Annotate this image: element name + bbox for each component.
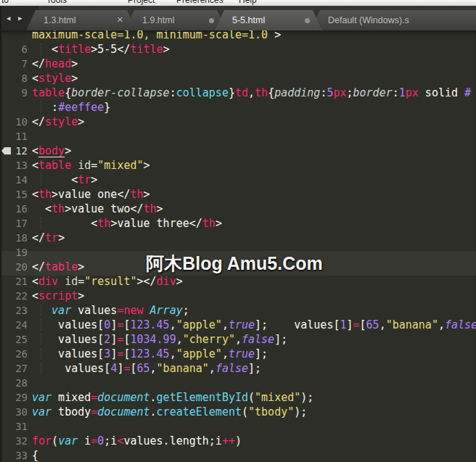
- line-number: 11: [0, 129, 32, 144]
- code-line[interactable]: :#eeffee}: [0, 100, 476, 115]
- tab-scroll-right-icon[interactable]: ▶: [18, 15, 22, 22]
- line-number: 14: [0, 173, 32, 187]
- code-line[interactable]: 15<th>value one</th>: [0, 187, 476, 202]
- code-line[interactable]: maximum-scale=1.0, minimum-scale=1.0 >: [0, 30, 476, 42]
- menu-item-help[interactable]: Help: [239, 0, 257, 5]
- menu-item-goto[interactable]: to: [1, 0, 9, 5]
- watermark: 阿木Blog Amu5.Com: [0, 251, 476, 276]
- line-number: 29: [0, 390, 32, 405]
- code-text: <tr>: [32, 173, 97, 187]
- code-text: <style>: [32, 71, 78, 86]
- code-line[interactable]: 26 values[3]=[123.45,"apple",true];: [0, 347, 476, 361]
- code-text: <body>: [32, 144, 71, 158]
- code-text: </tr>: [32, 231, 65, 245]
- code-line[interactable]: 13<table id="mixed">: [0, 158, 476, 173]
- tab-5-5-html[interactable]: 5-5.html: [215, 10, 322, 30]
- code-text: {: [32, 448, 38, 462]
- code-line[interactable]: 23 var values=new Array;: [0, 303, 476, 318]
- code-text: </style>: [32, 115, 84, 129]
- code-text: <div id="result"></div>: [32, 274, 183, 289]
- line-number: 15: [0, 187, 32, 202]
- line-number: 33: [0, 448, 32, 462]
- line-number: 21: [0, 274, 32, 289]
- indent-guide: [41, 305, 41, 316]
- code-text: var tbody=document.createElement("tbody"…: [32, 405, 307, 419]
- line-number: [0, 100, 32, 115]
- code-text: values[4]=[65,"banana",false];: [32, 361, 261, 376]
- tab-modified-dot-icon[interactable]: [305, 18, 310, 23]
- indent-guide: [41, 218, 41, 229]
- indent-guide: [41, 348, 41, 360]
- line-number: 17: [0, 216, 32, 231]
- code-line[interactable]: 14 <tr>: [0, 173, 476, 187]
- code-text: <script>: [32, 289, 84, 303]
- code-text: var mixed=document.getElementById("mixed…: [32, 390, 313, 405]
- line-number: 8: [0, 71, 32, 86]
- code-text: values[0]=[123.45,"apple",true]; values[…: [32, 318, 476, 332]
- code-line[interactable]: 11: [0, 129, 476, 144]
- code-text: table{border-collapse:collapse}td,th{pad…: [32, 86, 471, 100]
- editor-area[interactable]: maximum-scale=1.0, minimum-scale=1.0 >6 …: [0, 30, 476, 462]
- code-text: <table id="mixed">: [32, 158, 150, 173]
- code-lines: maximum-scale=1.0, minimum-scale=1.0 >6 …: [0, 30, 476, 462]
- code-line[interactable]: 29var mixed=document.getElementById("mix…: [0, 390, 476, 405]
- code-line[interactable]: 6 <title>5-5</title>: [0, 42, 476, 57]
- code-text: <title>5-5</title>: [32, 42, 170, 57]
- code-line[interactable]: 9table{border-collapse:collapse}td,th{pa…: [0, 86, 476, 100]
- menu-item-tools[interactable]: Tools: [46, 0, 67, 5]
- window-left-edge: [0, 6, 1, 462]
- sublime-text-window: to Tools Project Preferences Help ◀ ▶ 1.…: [0, 0, 476, 462]
- code-line[interactable]: 21<div id="result"></div>: [0, 274, 476, 289]
- code-text: </head>: [32, 57, 78, 71]
- line-number: 26: [0, 347, 32, 361]
- line-number: 24: [0, 318, 32, 332]
- code-line[interactable]: 28: [0, 376, 476, 390]
- code-line[interactable]: 18</tr>: [0, 231, 476, 245]
- code-line[interactable]: 30var tbody=document.createElement("tbod…: [0, 405, 476, 419]
- line-number: 28: [0, 376, 32, 390]
- tab-1-3-html[interactable]: 1.3.html ✕: [26, 10, 136, 30]
- tab-close-icon[interactable]: ✕: [117, 15, 123, 25]
- code-line[interactable]: 32for(var i=0;i<values.length;i++): [0, 434, 476, 448]
- tab-bar: ◀ ▶ 1.3.html ✕ 1.9.html 5-5.html Default…: [0, 6, 476, 30]
- code-line[interactable]: 27 values[4]=[65,"banana",false];: [0, 361, 476, 376]
- tab-label: 5-5.html: [232, 15, 265, 25]
- indent-guide: [41, 334, 41, 345]
- line-number: 31: [0, 419, 32, 434]
- line-number: 7: [0, 57, 32, 71]
- tab-1-9-html[interactable]: 1.9.html: [125, 10, 226, 30]
- line-number: 13: [0, 158, 32, 173]
- code-line[interactable]: 8<style>: [0, 71, 476, 86]
- indent-guide: [41, 174, 41, 186]
- code-line[interactable]: 16 <th>value two</th>: [0, 202, 476, 216]
- code-text: values[3]=[123.45,"apple",true];: [32, 347, 268, 361]
- line-number: 27: [0, 361, 32, 376]
- code-line[interactable]: 22<script>: [0, 289, 476, 303]
- line-number: 22: [0, 289, 32, 303]
- code-line[interactable]: 7</head>: [0, 57, 476, 71]
- code-line[interactable]: 10</style>: [0, 115, 476, 129]
- menu-item-preferences[interactable]: Preferences: [176, 0, 223, 5]
- code-text: <th>value three</th>: [32, 216, 222, 231]
- code-line[interactable]: 33{: [0, 448, 476, 462]
- tab-default-windows[interactable]: Default (Windows).s: [311, 10, 476, 30]
- tab-scroll-left-icon[interactable]: ◀: [7, 15, 10, 22]
- tab-modified-dot-icon[interactable]: [209, 18, 214, 23]
- code-line[interactable]: 25 values[2]=[1034.99,"cherry",false];: [0, 332, 476, 347]
- code-line[interactable]: 17 <th>value three</th>: [0, 216, 476, 231]
- code-text: values[2]=[1034.99,"cherry",false];: [32, 332, 287, 347]
- indent-guide: [41, 319, 41, 331]
- indent-guide: [41, 44, 41, 55]
- tab-label: Default (Windows).s: [328, 15, 409, 25]
- code-text: for(var i=0;i<values.length;i++): [32, 434, 242, 448]
- menu-item-project[interactable]: Project: [128, 0, 155, 5]
- tab-label: 1.9.html: [142, 15, 174, 25]
- code-line[interactable]: 24 values[0]=[123.45,"apple",true]; valu…: [0, 318, 476, 332]
- line-number: 16: [0, 202, 32, 216]
- line-number: 32: [0, 434, 32, 448]
- line-number: 6: [0, 42, 32, 57]
- code-line[interactable]: 31: [0, 419, 476, 434]
- indent-guide: [41, 102, 41, 113]
- code-line[interactable]: 12<body>: [0, 144, 476, 158]
- code-text: <th>value one</th>: [32, 187, 150, 202]
